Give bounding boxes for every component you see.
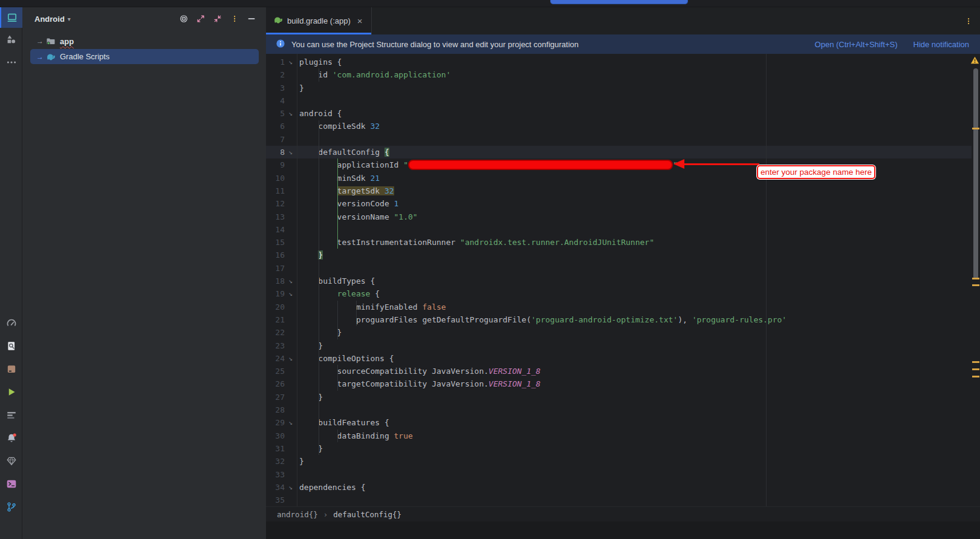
tree-item-gradle-scripts[interactable]: →Gradle Scripts	[30, 49, 259, 64]
code-line-13[interactable]: versionName "1.0"	[297, 211, 972, 223]
code-line-5[interactable]: android {	[297, 107, 972, 120]
code-line-30[interactable]: dataBinding true	[297, 430, 972, 442]
activity-bar-bottom	[0, 312, 22, 518]
code-line-4[interactable]	[297, 94, 972, 107]
inspections-warning-icon[interactable]	[970, 56, 979, 67]
warning-stripe-mark[interactable]	[972, 128, 979, 129]
code-editor[interactable]: 1↘2345↘678↘9101112131415161718↘19↘202122…	[266, 54, 980, 506]
collapse-all-icon[interactable]	[213, 14, 222, 24]
project-tool-icon[interactable]	[0, 7, 22, 28]
gutter-line-35: 35	[266, 494, 297, 506]
warning-stripe-mark[interactable]	[972, 376, 979, 377]
code-line-18[interactable]: buildTypes {	[297, 275, 972, 287]
code-line-3[interactable]: }	[297, 82, 972, 94]
indent-guide	[337, 365, 338, 391]
code-line-25[interactable]: sourceCompatibility JavaVersion.VERSION_…	[297, 365, 972, 377]
code-line-29[interactable]: buildFeatures {	[297, 416, 972, 429]
expand-arrow-icon[interactable]: →	[36, 53, 46, 61]
android-studio-window: Android ▾ →app→Gradle Scripts build.grad…	[0, 0, 980, 539]
code-line-10[interactable]: minSdk 21	[297, 172, 972, 185]
resource-manager-icon[interactable]	[0, 28, 22, 51]
gutter-line-24[interactable]: 24↘	[266, 352, 297, 365]
code-line-22[interactable]: }	[297, 326, 972, 339]
device-manager-icon[interactable]	[0, 358, 22, 381]
status-bar-strip	[266, 521, 980, 539]
app-inspection-icon[interactable]	[0, 335, 22, 358]
gutter-line-34[interactable]: 34↘	[266, 481, 297, 494]
gutter-line-19[interactable]: 19↘	[266, 287, 297, 300]
gutter-line-1[interactable]: 1↘	[266, 56, 297, 68]
code-line-19[interactable]: release {	[297, 287, 972, 300]
breadcrumb-defaultconfig[interactable]: defaultConfig{}	[333, 510, 401, 519]
hide-panel-icon[interactable]	[247, 14, 256, 24]
open-project-structure-link[interactable]: Open (Ctrl+Alt+Shift+S)	[815, 40, 898, 49]
expand-all-icon[interactable]	[196, 14, 206, 24]
gutter-line-29[interactable]: 29↘	[266, 416, 297, 429]
project-view-selector[interactable]: Android	[34, 15, 65, 24]
terminal-icon[interactable]	[0, 472, 22, 495]
tab-close-icon[interactable]: ×	[357, 16, 363, 26]
run-icon[interactable]	[0, 381, 22, 403]
warning-stripe-mark[interactable]	[972, 368, 979, 370]
logcat-icon[interactable]	[0, 403, 22, 426]
code-line-31[interactable]: }	[297, 442, 972, 455]
tab-label: build.gradle (:app)	[287, 16, 351, 25]
code-line-21[interactable]: proguardFiles getDefaultProguardFile('pr…	[297, 313, 972, 326]
warning-stripe-mark[interactable]	[972, 284, 979, 286]
code-line-9[interactable]: applicationId ""	[297, 158, 972, 171]
code-line-7[interactable]	[297, 133, 972, 146]
warning-stripe-mark[interactable]	[972, 361, 979, 363]
code-line-16[interactable]: }	[297, 249, 972, 261]
gutter-line-13: 13	[266, 211, 297, 223]
profiler-icon[interactable]	[0, 312, 22, 335]
code-line-2[interactable]: id 'com.android.application'	[297, 68, 972, 81]
gutter-line-27: 27	[266, 391, 297, 403]
hide-notification-link[interactable]: Hide notification	[913, 40, 970, 49]
tree-item-app[interactable]: →app	[22, 34, 266, 48]
hard-wrap-guide	[766, 54, 767, 506]
gutter-line-25: 25	[266, 365, 297, 377]
code-line-24[interactable]: compileOptions {	[297, 352, 972, 365]
code-line-26[interactable]: targetCompatibility JavaVersion.VERSION_…	[297, 377, 972, 390]
blue-bar-artifact	[550, 0, 688, 4]
code-line-8[interactable]: defaultConfig {	[297, 146, 972, 158]
gutter-line-18[interactable]: 18↘	[266, 275, 297, 287]
code-line-6[interactable]: compileSdk 32	[297, 120, 972, 132]
notifications-icon[interactable]	[0, 426, 22, 449]
tab-options-kebab-icon[interactable]	[964, 7, 973, 34]
editor-gutter: 1↘2345↘678↘9101112131415161718↘19↘202122…	[266, 54, 297, 506]
code-line-27[interactable]: }	[297, 391, 972, 403]
warning-stripe-mark[interactable]	[972, 278, 979, 279]
code-line-28[interactable]	[297, 403, 972, 416]
code-line-32[interactable]: }	[297, 455, 972, 468]
breadcrumb: android{} › defaultConfig{}	[266, 506, 980, 521]
gutter-line-8[interactable]: 8↘	[266, 146, 297, 158]
breadcrumb-separator: ›	[323, 510, 328, 519]
code-line-34[interactable]: dependencies {	[297, 481, 972, 494]
breadcrumb-android[interactable]: android{}	[277, 510, 318, 519]
code-line-23[interactable]: }	[297, 339, 972, 352]
code-line-12[interactable]: versionCode 1	[297, 197, 972, 210]
gutter-line-5[interactable]: 5↘	[266, 107, 297, 120]
code-line-11[interactable]: targetSdk 32	[297, 185, 972, 197]
chevron-down-icon: ▾	[68, 16, 71, 22]
code-line-15[interactable]: testInstrumentationRunner "androidx.test…	[297, 236, 972, 249]
scrollbar-thumb[interactable]	[973, 68, 978, 279]
code-line-33[interactable]	[297, 468, 972, 481]
code-line-20[interactable]: minifyEnabled false	[297, 301, 972, 313]
gutter-line-14: 14	[266, 223, 297, 236]
project-panel: Android ▾ →app→Gradle Scripts	[22, 7, 266, 539]
panel-options-icon[interactable]	[230, 14, 239, 24]
notification-text: You can use the Project Structure dialog…	[291, 40, 579, 49]
tab-build-gradle-app[interactable]: build.gradle (:app) ×	[266, 7, 372, 34]
gutter-line-33: 33	[266, 468, 297, 481]
code-line-1[interactable]: plugins {	[297, 56, 972, 68]
code-line-17[interactable]	[297, 262, 972, 275]
more-tool-windows-icon[interactable]	[0, 51, 22, 74]
app-quality-insights-icon[interactable]	[0, 449, 22, 472]
code-line-35[interactable]	[297, 494, 972, 506]
expand-arrow-icon[interactable]: →	[36, 37, 46, 45]
version-control-icon[interactable]	[0, 495, 22, 518]
locate-file-icon[interactable]	[179, 14, 189, 24]
code-line-14[interactable]	[297, 223, 972, 236]
